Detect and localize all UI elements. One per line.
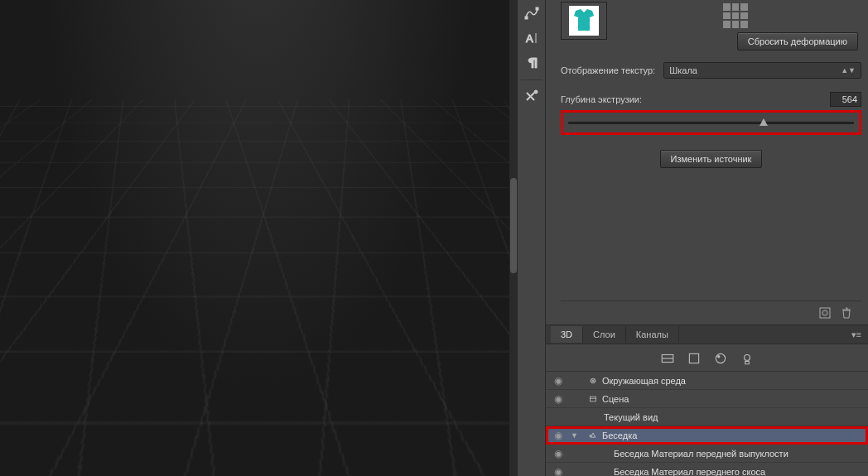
svg-point-12 [717,355,720,358]
tree-label: Окружающая среда [602,376,686,386]
svg-text:A: A [526,32,533,45]
deform-preset-grid-icon[interactable] [723,3,748,28]
tree-label: Текущий вид [604,412,658,422]
tree-row-material-front-bulge[interactable]: ◉ Беседка Материал передней выпуклости [546,445,868,463]
tree-label: Сцена [602,394,629,404]
svg-point-4 [534,90,538,94]
tree-row-besedka[interactable]: ◉ ▼ Беседка [546,426,868,445]
tree-row-scene[interactable]: ◉ Сцена [546,390,868,408]
tab-3d[interactable]: 3D [551,326,583,343]
properties-panel: Сбросить деформацию Отображение текстур:… [546,0,868,325]
camera-icon [584,411,599,424]
3d-filter-bar [546,344,868,372]
right-panel: Сбросить деформацию Отображение текстур:… [546,0,868,476]
panel-tabs: 3D Слои Каналы ▾≡ [546,325,868,344]
edit-source-button[interactable]: Изменить источник [660,150,763,168]
reset-deform-button[interactable]: Сбросить деформацию [737,32,858,50]
svg-rect-0 [525,17,528,19]
svg-rect-1 [536,7,538,10]
visibility-toggle-icon[interactable]: ◉ [551,430,566,441]
svg-rect-10 [689,353,698,363]
render-settings-icon[interactable] [818,306,832,320]
vertical-tool-strip: A [518,0,546,476]
chevron-updown-icon: ▲▼ [841,66,856,75]
shape-preset-thumbnail[interactable] [561,2,607,40]
canvas-3d-viewport[interactable] [0,0,518,476]
warp-tool-icon[interactable] [520,2,543,25]
slider-thumb[interactable] [760,118,768,126]
filter-light-icon[interactable] [740,351,755,366]
tree-row-current-view[interactable]: Текущий вид [546,408,868,426]
twisty-expanded-icon[interactable]: ▼ [571,431,579,440]
visibility-toggle-icon[interactable]: ◉ [551,393,566,405]
ground-plane-grid [0,0,518,99]
canvas-vertical-scrollbar[interactable] [509,0,518,476]
tree-label: Беседка [602,430,637,440]
texture-display-label: Отображение текстур: [561,65,655,75]
filter-material-icon[interactable] [713,351,728,366]
tree-label: Беседка Материал передней выпуклости [614,449,788,459]
material-icon [584,447,609,460]
settings-tool-icon[interactable] [520,79,543,108]
filter-scene-icon[interactable] [660,351,675,366]
svg-point-11 [716,353,725,363]
3d-scene-tree: ◉ Окружающая среда ◉ Сцена Текущий вид ◉ [546,372,868,476]
tree-row-environment[interactable]: ◉ Окружающая среда [546,372,868,390]
extrusion-depth-slider[interactable] [568,122,854,124]
extrusion-depth-label: Глубина экструзии: [561,94,642,104]
visibility-toggle-icon[interactable]: ◉ [551,375,566,387]
scene-icon [584,392,597,406]
tab-layers[interactable]: Слои [583,326,626,343]
scrollbar-thumb[interactable] [510,178,517,273]
vertical-text-tool-icon[interactable]: A [520,26,543,50]
extrusion-depth-input[interactable] [830,92,861,107]
svg-rect-6 [820,308,830,318]
svg-point-7 [822,310,827,315]
svg-rect-15 [590,397,596,401]
mesh-icon [584,429,597,442]
panel-menu-icon[interactable]: ▾≡ [845,329,868,340]
paragraph-tool-icon[interactable] [520,51,543,75]
visibility-toggle-icon[interactable]: ◉ [551,466,566,477]
trash-icon[interactable] [840,306,853,320]
tree-row-material-front-bevel[interactable]: ◉ Беседка Материал переднего скоса [546,463,868,476]
environment-icon [584,374,597,387]
material-icon [584,465,609,477]
texture-display-value: Шкала [669,65,697,75]
svg-point-13 [744,355,750,361]
tree-label: Беседка Материал переднего скоса [614,467,765,477]
filter-mesh-icon[interactable] [687,351,702,366]
texture-display-select[interactable]: Шкала ▲▼ [663,62,861,79]
extrusion-depth-slider-highlight [561,110,861,135]
tab-channels[interactable]: Каналы [626,326,679,343]
visibility-toggle-icon[interactable]: ◉ [551,448,566,459]
